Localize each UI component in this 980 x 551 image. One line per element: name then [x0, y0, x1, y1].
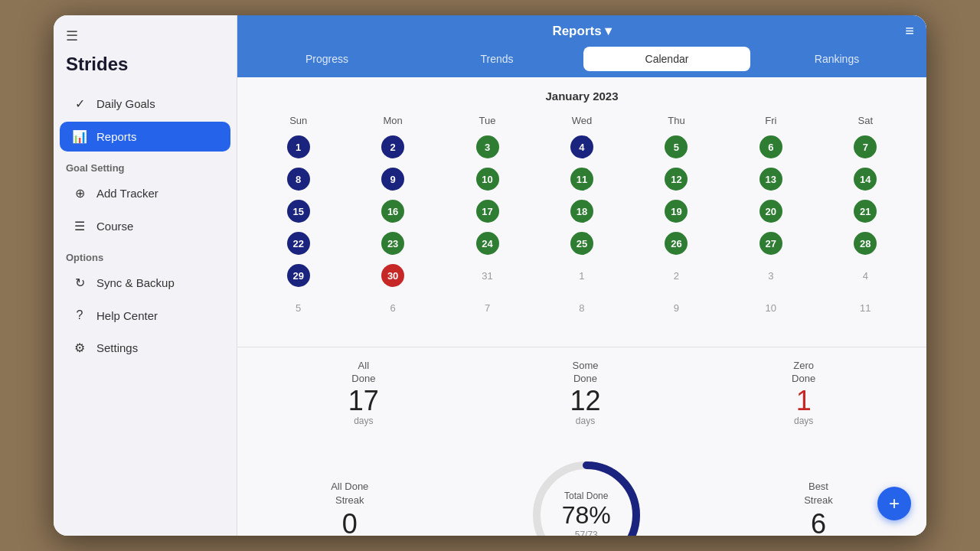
day-circle: 4: [854, 264, 877, 287]
main-wrapper: Reports ▾ ≡ Progress Trends Calendar Ran…: [237, 15, 926, 536]
tab-bar: Progress Trends Calendar Rankings: [237, 47, 926, 77]
cal-day[interactable]: 2: [631, 261, 722, 290]
day-circle: 24: [476, 232, 499, 255]
day-circle: 19: [665, 200, 688, 223]
day-circle: 7: [476, 296, 499, 319]
day-circle: 3: [476, 135, 499, 158]
cal-day[interactable]: 1: [536, 261, 627, 290]
cal-day[interactable]: 9: [347, 165, 438, 194]
reports-icon: 📊: [72, 129, 87, 144]
stat-some-done-value: 12: [570, 386, 600, 416]
cal-day[interactable]: 27: [725, 229, 816, 258]
tab-rankings[interactable]: Rankings: [753, 47, 920, 71]
cal-day[interactable]: 8: [536, 293, 627, 322]
stat-zero-done: ZeroDone 1 days: [792, 360, 815, 426]
sidebar-item-reports[interactable]: 📊 Reports: [60, 122, 230, 152]
cal-day[interactable]: 31: [442, 261, 533, 290]
stat-all-done-sub: days: [348, 416, 379, 426]
stat-all-done-value: 17: [348, 386, 379, 416]
donut-fraction: 57/73: [562, 530, 611, 536]
cal-day[interactable]: 14: [820, 165, 911, 194]
cal-day[interactable]: 23: [347, 229, 438, 258]
sidebar-item-label: Add Tracker: [96, 187, 158, 200]
bottom-best-streak-value: 6: [804, 508, 833, 536]
cal-day[interactable]: 18: [536, 197, 627, 226]
cal-day[interactable]: 11: [820, 293, 911, 322]
cal-day[interactable]: 2: [347, 132, 438, 161]
cal-day[interactable]: 11: [536, 165, 627, 194]
sidebar-item-course[interactable]: ☰ Course: [60, 211, 230, 241]
cal-day[interactable]: 5: [253, 293, 344, 322]
cal-day[interactable]: 7: [442, 293, 533, 322]
cal-day[interactable]: 1: [253, 132, 344, 161]
fab-button[interactable]: +: [877, 487, 911, 520]
stat-some-done: SomeDone 12 days: [570, 360, 600, 426]
day-circle: 23: [381, 232, 404, 255]
day-circle: 11: [854, 296, 877, 319]
cal-day[interactable]: 10: [442, 165, 533, 194]
plus-icon: ⊕: [72, 186, 87, 201]
cal-day[interactable]: 13: [725, 165, 816, 194]
cal-day[interactable]: 6: [725, 132, 816, 161]
help-icon: ?: [72, 308, 87, 322]
cal-day[interactable]: 4: [820, 261, 911, 290]
stat-some-done-sub: days: [570, 416, 600, 426]
day-circle: 6: [760, 135, 782, 158]
cal-day[interactable]: 5: [631, 132, 722, 161]
cal-day[interactable]: 3: [725, 261, 816, 290]
day-circle: 22: [287, 232, 310, 255]
cal-day[interactable]: 17: [442, 197, 533, 226]
bottom-streak-value: 0: [331, 508, 368, 536]
goal-setting-section-title: Goal Setting: [54, 153, 237, 177]
day-circle: 11: [570, 168, 593, 191]
day-circle: 1: [570, 264, 593, 287]
main-content: Reports ▾ ≡ Progress Trends Calendar Ran…: [237, 15, 926, 536]
tab-calendar[interactable]: Calendar: [583, 47, 750, 71]
day-circle: 5: [665, 135, 688, 158]
sidebar-item-sync[interactable]: ↻ Sync & Backup: [60, 268, 230, 298]
cal-day[interactable]: 12: [631, 165, 722, 194]
cal-day[interactable]: 7: [820, 132, 911, 161]
calendar-grid: SunMonTueWedThuFriSat1234567891011121314…: [253, 112, 911, 322]
stat-zero-done-value: 1: [792, 386, 815, 416]
day-circle: 6: [381, 296, 404, 319]
cal-day[interactable]: 22: [253, 229, 344, 258]
sidebar-item-label: Daily Goals: [96, 97, 155, 110]
tab-progress[interactable]: Progress: [243, 47, 410, 71]
cal-day[interactable]: 15: [253, 197, 344, 226]
chevron-down-icon: ▾: [605, 23, 612, 39]
day-circle: 26: [665, 232, 688, 255]
cal-day[interactable]: 16: [347, 197, 438, 226]
cal-day[interactable]: 26: [631, 229, 722, 258]
cal-day[interactable]: 20: [725, 197, 816, 226]
cal-day[interactable]: 9: [631, 293, 722, 322]
cal-day[interactable]: 6: [347, 293, 438, 322]
stat-some-done-label: SomeDone: [570, 360, 600, 386]
cal-header-wed: Wed: [536, 112, 627, 129]
cal-day[interactable]: 30: [347, 261, 438, 290]
cal-day[interactable]: 3: [442, 132, 533, 161]
cal-day[interactable]: 8: [253, 165, 344, 194]
cal-day[interactable]: 4: [536, 132, 627, 161]
cal-day[interactable]: 24: [442, 229, 533, 258]
donut-pct: 78%: [562, 501, 611, 530]
topbar-menu-icon[interactable]: ≡: [905, 22, 914, 40]
tab-trends[interactable]: Trends: [413, 47, 580, 71]
cal-day[interactable]: 10: [725, 293, 816, 322]
cal-header-tue: Tue: [442, 112, 533, 129]
cal-day[interactable]: 28: [820, 229, 911, 258]
cal-header-fri: Fri: [725, 112, 816, 129]
cal-day[interactable]: 25: [536, 229, 627, 258]
sidebar-item-label: Reports: [96, 130, 137, 143]
sidebar-item-label: Settings: [96, 341, 138, 354]
bottom-stats: All DoneStreak 0 days Total Done 78% 57/…: [237, 439, 926, 536]
cal-day[interactable]: 21: [820, 197, 911, 226]
sidebar-item-daily-goals[interactable]: ✓ Daily Goals: [60, 89, 230, 119]
menu-icon[interactable]: ☰: [66, 28, 78, 44]
cal-day[interactable]: 29: [253, 261, 344, 290]
sidebar-item-settings[interactable]: ⚙ Settings: [60, 333, 230, 363]
cal-day[interactable]: 19: [631, 197, 722, 226]
sidebar-item-help[interactable]: ? Help Center: [60, 301, 230, 330]
day-circle: 10: [476, 168, 499, 191]
sidebar-item-add-tracker[interactable]: ⊕ Add Tracker: [60, 178, 230, 208]
